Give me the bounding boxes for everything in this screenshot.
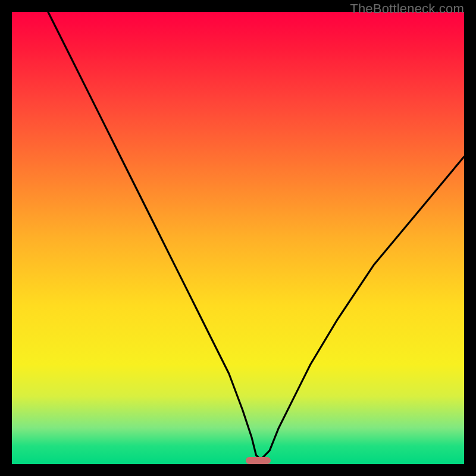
optimum-marker (246, 457, 271, 464)
bottleneck-curve (12, 12, 464, 464)
curve-path (48, 12, 464, 459)
